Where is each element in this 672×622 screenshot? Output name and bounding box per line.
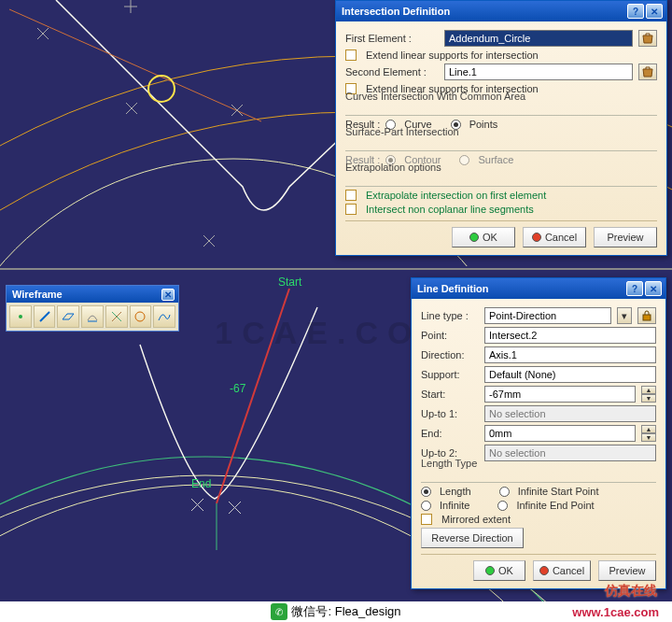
dialog-title: Line Definition	[415, 283, 624, 294]
cancel-dot-icon	[532, 233, 541, 242]
ok-label: OK	[498, 565, 513, 576]
length-label: Length	[440, 486, 471, 497]
help-button[interactable]: ?	[627, 4, 644, 19]
selection-highlight	[147, 75, 175, 103]
ok-label: OK	[483, 232, 497, 243]
surface-radio	[459, 155, 469, 165]
cancel-button[interactable]: Cancel	[523, 227, 586, 247]
end-field[interactable]: 0mm	[484, 425, 636, 442]
mirrored-checkbox[interactable]	[421, 514, 432, 525]
project-tool[interactable]	[81, 305, 104, 328]
cancel-dot-icon	[539, 566, 549, 575]
intersect-tool[interactable]	[105, 305, 128, 328]
end-label: End:	[421, 428, 479, 439]
ok-button[interactable]: OK	[473, 560, 525, 581]
svg-point-27	[135, 312, 145, 321]
preview-button[interactable]: Preview	[598, 560, 656, 581]
linetype-combo[interactable]: Point-Direction	[484, 307, 611, 324]
linetype-dropdown-button[interactable]: ▾	[617, 307, 632, 324]
infinite-label: Infinite	[440, 500, 469, 511]
end-spin-up[interactable]: ▲	[641, 425, 656, 433]
upto1-label: Up-to 1:	[421, 408, 479, 419]
infinite-radio[interactable]	[421, 501, 431, 511]
svg-rect-28	[643, 315, 651, 320]
cancel-label: Cancel	[545, 232, 577, 243]
curves-group-label: Curves Intersection With Common Area	[345, 91, 529, 102]
lengthtype-group-label: Length Type	[421, 458, 481, 469]
bag-icon[interactable]	[638, 64, 657, 80]
extend1-label: Extend linear supports for intersection	[366, 49, 539, 61]
surface-label: Surface	[478, 154, 513, 165]
upto1-field[interactable]: No selection	[484, 405, 656, 422]
points-label: Points	[469, 119, 498, 130]
infend-label: Infinite End Point	[516, 500, 594, 511]
extrap-group-label: Extrapolation options	[345, 162, 445, 173]
end-marker: End	[191, 477, 211, 490]
point-field[interactable]: Intersect.2	[484, 327, 656, 344]
svg-point-22	[19, 315, 22, 318]
noncoplanar-checkbox[interactable]	[345, 204, 357, 215]
linetype-lock-icon[interactable]	[637, 307, 656, 324]
reverse-direction-button[interactable]: Reverse Direction	[421, 528, 524, 548]
direction-label: Direction:	[421, 349, 479, 360]
second-element-label: Second Element :	[345, 66, 439, 78]
titlebar[interactable]: Intersection Definition ? ✕	[336, 1, 666, 21]
help-button[interactable]: ?	[626, 281, 643, 296]
first-element-field[interactable]: Addendum_Circle	[444, 30, 633, 47]
svg-line-23	[40, 312, 49, 321]
upto2-field[interactable]: No selection	[484, 445, 656, 461]
reverse-label: Reverse Direction	[431, 532, 512, 544]
wechat-icon: ✆	[271, 603, 287, 620]
second-element-field[interactable]: Line.1	[444, 64, 633, 80]
end-spin-down[interactable]: ▼	[641, 433, 656, 442]
close-button[interactable]: ✕	[646, 4, 663, 19]
spline-tool[interactable]	[153, 305, 175, 328]
bag-icon[interactable]	[638, 30, 657, 47]
start-marker: Start	[278, 276, 301, 289]
extend1-checkbox[interactable]	[345, 49, 357, 61]
ok-dot-icon	[469, 233, 479, 242]
linetype-label: Line type :	[421, 310, 479, 321]
ok-dot-icon	[485, 566, 495, 575]
length-radio[interactable]	[421, 487, 431, 497]
wireframe-toolbar: Wireframe ✕	[6, 285, 179, 332]
first-element-label: First Element :	[345, 33, 439, 44]
redband: 仿真在线	[0, 581, 672, 601]
toolbar-close-button[interactable]: ✕	[161, 289, 175, 301]
extrap-first-checkbox[interactable]	[345, 190, 357, 201]
start-spin-up[interactable]: ▲	[641, 386, 656, 394]
infstart-label: Infinite Start Point	[518, 486, 599, 497]
circle-tool[interactable]	[130, 305, 152, 328]
point-tool[interactable]	[9, 305, 32, 328]
direction-field[interactable]: Axis.1	[484, 346, 656, 363]
wechat-label: 微信号: Flea_design	[291, 603, 400, 620]
surface-group-label: Surface-Part Intersection	[345, 126, 463, 137]
cancel-label: Cancel	[553, 565, 584, 576]
cancel-button[interactable]: Cancel	[533, 560, 591, 581]
line-tool[interactable]	[34, 305, 56, 328]
toolbar-titlebar[interactable]: Wireframe ✕	[7, 286, 178, 303]
start-label: Start:	[421, 389, 479, 400]
close-button[interactable]: ✕	[645, 281, 662, 296]
intersection-definition-dialog: Intersection Definition ? ✕ First Elemen…	[335, 0, 667, 256]
ok-button[interactable]: OK	[452, 227, 515, 247]
dialog-title: Intersection Definition	[340, 6, 625, 17]
infend-radio[interactable]	[497, 501, 508, 511]
extrap-first-label: Extrapolate intersection on first elemen…	[366, 190, 546, 201]
preview-label: Preview	[607, 232, 643, 243]
infstart-radio[interactable]	[499, 487, 510, 497]
preview-label: Preview	[609, 565, 645, 576]
start-spin-down[interactable]: ▼	[641, 394, 656, 403]
toolbar-title: Wireframe	[10, 289, 160, 300]
plane-tool[interactable]	[57, 305, 79, 328]
mirrored-label: Mirrored extent	[441, 514, 511, 525]
point-label: Point:	[421, 330, 479, 341]
titlebar[interactable]: Line Definition ? ✕	[412, 278, 665, 299]
line-definition-dialog: Line Definition ? ✕ Line type : Point-Di…	[411, 277, 666, 589]
support-field[interactable]: Default (None)	[484, 366, 656, 383]
preview-button[interactable]: Preview	[594, 227, 657, 247]
start-field[interactable]: -67mm	[484, 386, 636, 403]
footer-url: www.1cae.com	[572, 605, 659, 619]
dim-label: -67	[230, 382, 245, 395]
noncoplanar-label: Intersect non coplanar line segments	[366, 204, 534, 215]
